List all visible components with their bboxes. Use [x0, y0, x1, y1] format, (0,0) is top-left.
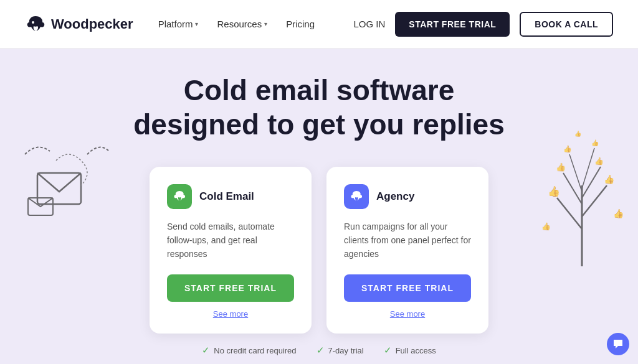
cold-email-icon [167, 184, 192, 209]
cold-email-card-title: Cold Email [199, 190, 254, 203]
chat-widget-button[interactable] [607, 333, 629, 355]
nav-links: Platform ▾ Resources ▾ Pricing [158, 19, 354, 29]
svg-text:👍: 👍 [594, 156, 604, 166]
book-call-button[interactable]: BOOK A CALL [520, 12, 613, 37]
cold-email-card-header: Cold Email [167, 184, 294, 209]
nav-right: LOG IN START FREE TRIAL BOOK A CALL [353, 12, 613, 37]
navbar: Woodpecker Platform ▾ Resources ▾ Pricin… [0, 0, 638, 49]
agency-card-header: Agency [344, 184, 471, 209]
check-circle-icon-0: ✓ [202, 345, 210, 356]
chevron-down-icon: ▾ [195, 21, 198, 27]
agency-card: Agency Run campaigns for all your client… [326, 167, 488, 334]
logo[interactable]: Woodpecker [25, 14, 133, 35]
check-circle-icon-2: ✓ [384, 345, 392, 356]
chevron-down-icon: ▾ [264, 21, 267, 27]
check-circle-icon-1: ✓ [317, 345, 325, 356]
cold-email-see-more-link[interactable]: See more [167, 309, 294, 319]
trust-bar: ✓ No credit card required ✓ 7-day trial … [12, 345, 626, 356]
woodpecker-logo-icon [25, 14, 46, 35]
log-in-button[interactable]: LOG IN [353, 19, 385, 29]
agency-card-description: Run campaigns for all your clients from … [344, 220, 471, 261]
start-free-trial-nav-button[interactable]: START FREE TRIAL [395, 12, 510, 37]
trust-item-0: ✓ No credit card required [202, 345, 296, 356]
hero-section: 👍 👍 👍 👍 👍 👍 👍 👍 👍 Cold email software de… [0, 49, 638, 364]
trust-item-1: ✓ 7-day trial [317, 345, 364, 356]
nav-resources[interactable]: Resources ▾ [217, 19, 267, 29]
cards-row: Cold Email Send cold emails, automate fo… [12, 167, 626, 334]
logo-text: Woodpecker [51, 16, 133, 32]
cold-email-card: Cold Email Send cold emails, automate fo… [150, 167, 312, 334]
svg-text:👍: 👍 [591, 139, 599, 147]
svg-text:👍: 👍 [563, 144, 572, 153]
agency-icon [344, 184, 369, 209]
agency-see-more-link[interactable]: See more [344, 309, 471, 319]
nav-pricing[interactable]: Pricing [286, 19, 315, 29]
svg-text:👍: 👍 [574, 130, 582, 138]
trust-item-2: ✓ Full access [384, 345, 436, 356]
agency-start-trial-button[interactable]: START FREE TRIAL [344, 274, 471, 302]
cold-email-card-description: Send cold emails, automate follow-ups, a… [167, 220, 294, 261]
nav-platform[interactable]: Platform ▾ [158, 19, 199, 29]
agency-card-title: Agency [376, 190, 414, 203]
svg-point-0 [32, 21, 34, 24]
cold-email-start-trial-button[interactable]: START FREE TRIAL [167, 274, 294, 302]
